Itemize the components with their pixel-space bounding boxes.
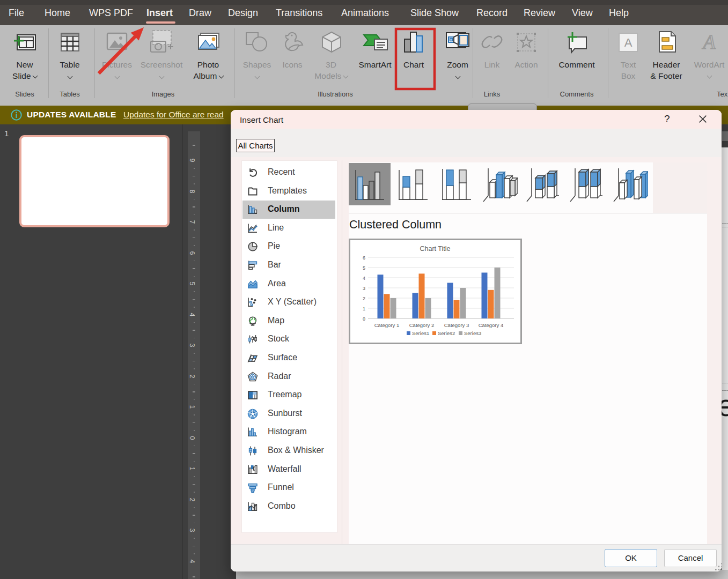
svg-text:Series3: Series3 xyxy=(464,330,481,336)
svg-text:5: 5 xyxy=(363,265,365,271)
svg-text:0: 0 xyxy=(363,316,365,322)
svg-text:Category 4: Category 4 xyxy=(479,322,503,328)
svg-text:Category 3: Category 3 xyxy=(444,322,469,328)
svg-text:Category 2: Category 2 xyxy=(409,322,434,328)
svg-text:2: 2 xyxy=(363,296,365,301)
svg-text:4: 4 xyxy=(363,276,365,281)
svg-text:6: 6 xyxy=(363,255,365,261)
svg-text:Chart Title: Chart Title xyxy=(420,245,451,253)
svg-text:1: 1 xyxy=(363,306,365,311)
svg-text:A: A xyxy=(624,36,633,49)
svg-text:Category 1: Category 1 xyxy=(374,322,399,328)
svg-text:3: 3 xyxy=(363,286,365,291)
svg-text:Series2: Series2 xyxy=(438,330,455,336)
svg-text:Series1: Series1 xyxy=(412,330,429,336)
svg-text:A: A xyxy=(701,32,716,53)
